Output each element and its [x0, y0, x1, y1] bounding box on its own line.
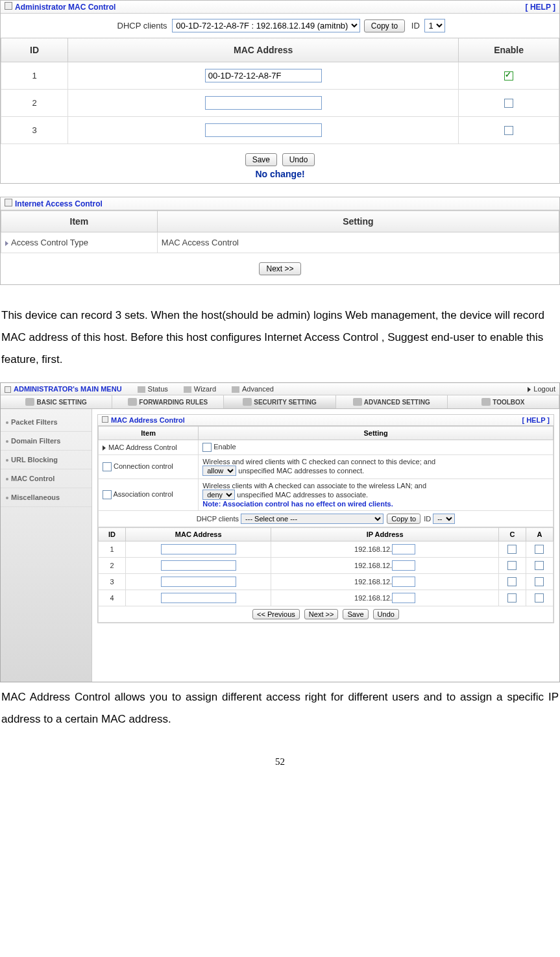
- ip-octet-input[interactable]: [392, 544, 415, 554]
- dot-icon: [6, 478, 8, 480]
- nav-status[interactable]: Status: [138, 385, 168, 393]
- c-checkbox[interactable]: [507, 577, 517, 586]
- mac-input-1[interactable]: [205, 69, 322, 82]
- cell-id: 2: [99, 558, 126, 574]
- sidebar-item-url-blocking[interactable]: URL Blocking: [1, 451, 91, 469]
- table-row: 3: [1, 117, 559, 144]
- dhcp-row: DHCP clients --- Select one --- Copy to …: [99, 511, 554, 527]
- mac-input[interactable]: [161, 593, 236, 603]
- association-note: Note: Association control has no effect …: [202, 500, 393, 508]
- dhcp-clients-select[interactable]: 00-1D-72-12-A8-7F : 192.168.12.149 (amit…: [172, 19, 360, 32]
- cell-id: 4: [99, 590, 126, 606]
- sidebar: Packet Filters Domain Filters URL Blocki…: [1, 409, 92, 682]
- tab-forwarding-rules[interactable]: FORWARDING RULES: [112, 395, 224, 408]
- dhcp-clients-label: DHCP clients: [117, 21, 167, 31]
- next-button[interactable]: Next >>: [304, 609, 339, 619]
- enable-checkbox-3[interactable]: [504, 126, 513, 135]
- paragraph-1: This device can record 3 sets. When the …: [0, 285, 560, 377]
- a-checkbox[interactable]: [535, 545, 544, 554]
- col-setting: Setting: [199, 427, 554, 440]
- col-item: Item: [99, 427, 199, 440]
- tab-advanced-setting[interactable]: ADVANCED SETTING: [336, 395, 448, 408]
- tab-security-setting[interactable]: SECURITY SETTING: [224, 395, 335, 408]
- help-link[interactable]: [ HELP ]: [522, 416, 550, 424]
- mac-input[interactable]: [161, 560, 236, 571]
- no-change-text: No change!: [1, 169, 559, 183]
- c-checkbox[interactable]: [507, 593, 517, 603]
- security-icon: [243, 398, 252, 406]
- sidebar-item-mac-control[interactable]: MAC Control: [1, 469, 91, 488]
- internet-access-control-header: Internet Access Control: [1, 197, 559, 210]
- table-row: 1 192.168.12.: [99, 541, 554, 558]
- mac-input[interactable]: [161, 577, 236, 587]
- a-checkbox[interactable]: [535, 561, 544, 570]
- dot-icon: [6, 497, 8, 499]
- mac-input-3[interactable]: [205, 123, 322, 137]
- id-select[interactable]: --: [433, 514, 455, 524]
- col-setting: Setting: [157, 211, 559, 232]
- main-menu-label: ADMINISTRATOR's MAIN MENU: [14, 385, 122, 393]
- arrow-icon: [528, 387, 531, 392]
- dot-icon: [6, 440, 8, 443]
- col-ip: IP Address: [271, 528, 499, 541]
- id-label: ID: [424, 515, 431, 523]
- enable-checkbox-2[interactable]: [504, 99, 513, 108]
- section-title: MAC Address Control: [111, 416, 185, 424]
- association-deny-select[interactable]: deny: [202, 490, 235, 500]
- connection-control-label: Connection control: [114, 462, 173, 470]
- enable-checkbox[interactable]: [202, 443, 212, 452]
- square-icon: [102, 416, 108, 423]
- a-checkbox[interactable]: [535, 593, 544, 603]
- association-control-checkbox[interactable]: [103, 490, 112, 499]
- ip-octet-input[interactable]: [392, 593, 415, 603]
- arrow-icon: [5, 241, 8, 246]
- copy-to-button[interactable]: Copy to: [387, 514, 420, 524]
- ip-octet-input[interactable]: [392, 577, 415, 587]
- table-row: 1: [1, 62, 559, 90]
- logout-link[interactable]: Logout: [528, 385, 555, 393]
- sidebar-item-domain-filters[interactable]: Domain Filters: [1, 432, 91, 451]
- association-text-a: Wireless clients with A checked can asso…: [202, 482, 426, 490]
- arrow-icon: [103, 445, 106, 451]
- square-icon: [5, 199, 12, 206]
- cell-id: 1: [99, 541, 126, 558]
- nav-advanced[interactable]: Advanced: [232, 385, 274, 393]
- sidebar-item-miscellaneous[interactable]: Miscellaneous: [1, 488, 91, 507]
- connection-control-checkbox[interactable]: [103, 462, 112, 471]
- save-button[interactable]: Save: [343, 609, 368, 619]
- mac-input-2[interactable]: [205, 96, 322, 110]
- enable-label: Enable: [213, 443, 236, 451]
- nav-wizard[interactable]: Wizard: [184, 385, 216, 393]
- ip-prefix: 192.168.12.: [354, 594, 392, 602]
- previous-button[interactable]: << Previous: [252, 609, 300, 619]
- col-id: ID: [1, 38, 68, 62]
- dot-icon: [6, 459, 8, 462]
- connection-text-b: unspecified MAC addresses to connect.: [238, 467, 364, 475]
- save-button[interactable]: Save: [245, 153, 277, 166]
- tab-toolbox[interactable]: TOOLBOX: [448, 395, 559, 408]
- dhcp-clients-select[interactable]: --- Select one ---: [241, 514, 383, 524]
- mac-input[interactable]: [161, 544, 236, 554]
- undo-button[interactable]: Undo: [282, 153, 315, 166]
- basic-icon: [25, 398, 34, 406]
- a-checkbox[interactable]: [535, 577, 544, 586]
- col-a: A: [526, 528, 553, 541]
- c-checkbox[interactable]: [507, 561, 517, 570]
- copy-to-button[interactable]: Copy to: [364, 19, 405, 32]
- enable-checkbox-1[interactable]: [504, 71, 513, 81]
- id-select[interactable]: 1: [424, 19, 445, 32]
- col-id: ID: [99, 528, 126, 541]
- table-row: 3 192.168.12.: [99, 574, 554, 590]
- tab-basic-setting[interactable]: BASIC SETTING: [1, 395, 112, 408]
- sidebar-item-packet-filters[interactable]: Packet Filters: [1, 413, 91, 432]
- ip-prefix: 192.168.12.: [354, 545, 392, 553]
- c-checkbox[interactable]: [507, 545, 517, 554]
- ip-octet-input[interactable]: [392, 560, 415, 571]
- cell-id: 3: [1, 117, 68, 144]
- table-row: Access Control Type MAC Access Control: [1, 232, 559, 253]
- next-button[interactable]: Next >>: [259, 262, 300, 275]
- help-link[interactable]: [ HELP ]: [526, 3, 555, 12]
- undo-button[interactable]: Undo: [373, 609, 399, 619]
- col-enable: Enable: [459, 38, 559, 62]
- connection-allow-select[interactable]: allow: [202, 466, 236, 476]
